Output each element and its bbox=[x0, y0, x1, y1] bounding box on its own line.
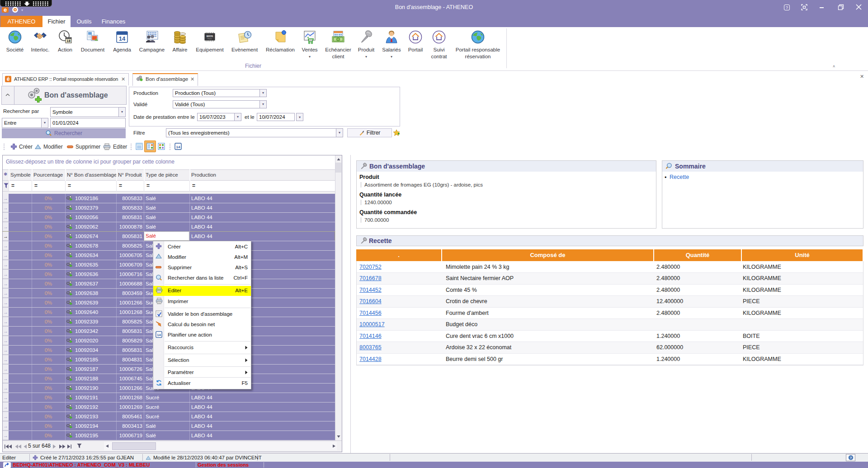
svg-text:14: 14 bbox=[119, 35, 126, 42]
svg-text:14: 14 bbox=[157, 333, 161, 337]
svg-text:?: ? bbox=[849, 456, 852, 460]
svg-text:14: 14 bbox=[176, 145, 180, 149]
svg-text:BIOS: BIOS bbox=[207, 35, 213, 37]
svg-text:18: 18 bbox=[66, 39, 71, 43]
svg-text:Power: Power bbox=[208, 38, 212, 40]
